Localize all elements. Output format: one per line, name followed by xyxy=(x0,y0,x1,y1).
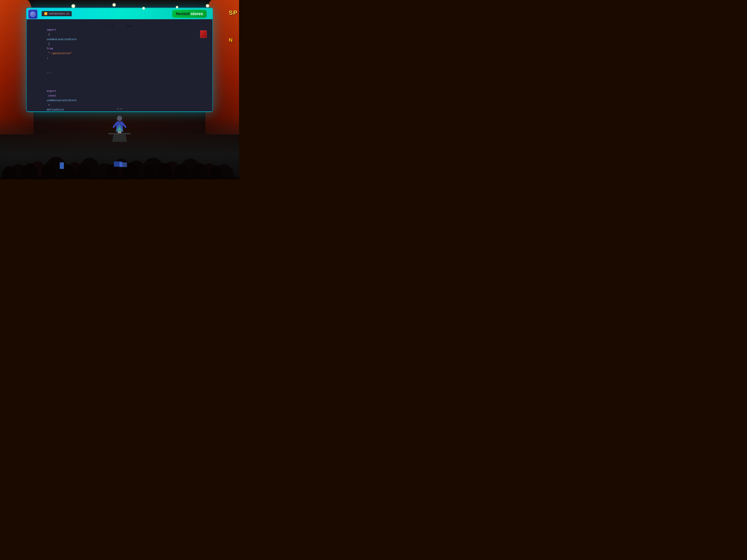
code-line-1: import { useGeoLocationStore } from "./g… xyxy=(34,23,207,65)
svg-point-0 xyxy=(117,116,122,121)
counter-bottom: 85.30 xyxy=(117,108,122,110)
n-label: N xyxy=(229,37,237,43)
code-line-blank-1 xyxy=(34,79,207,84)
nested-stores-badge: Nested stores xyxy=(172,10,207,18)
ceiling-light-2 xyxy=(112,3,116,7)
projection-screen-wrapper: JS restaurants.js Nested stores 47.81 30… xyxy=(26,7,213,112)
file-tab: JS restaurants.js xyxy=(42,11,72,16)
right-side-labels: SP N xyxy=(229,9,237,43)
code-area: 47.81 3044 import { useGeoLocationStore … xyxy=(27,19,212,111)
counter-top: 47.81 3044 xyxy=(108,25,131,27)
sp-label: SP xyxy=(229,9,237,16)
nested-word: Nested xyxy=(176,11,189,16)
code-line-2: ... xyxy=(34,65,207,80)
app-icon-circle xyxy=(30,11,35,17)
file-tab-name: restaurants.js xyxy=(49,12,69,15)
js-icon: JS xyxy=(44,12,47,15)
ceiling-light-3 xyxy=(142,6,145,10)
ceiling-light-5 xyxy=(205,4,209,8)
red-book-icon xyxy=(200,30,207,38)
ceiling-light-1 xyxy=(71,4,76,8)
svg-rect-32 xyxy=(120,162,127,167)
screen-top-bar: JS restaurants.js Nested stores xyxy=(27,8,212,19)
audience-silhouettes xyxy=(0,127,239,179)
app-icon-box xyxy=(28,9,37,19)
svg-rect-30 xyxy=(60,162,64,169)
code-line-3: export const useRestaurantsStore = defin… xyxy=(34,84,207,111)
svg-rect-33 xyxy=(0,177,239,179)
ceiling-light-4 xyxy=(176,6,179,8)
svg-line-3 xyxy=(123,124,126,127)
stores-word: stores xyxy=(191,11,203,16)
projection-screen: JS restaurants.js Nested stores 47.81 30… xyxy=(26,7,213,112)
